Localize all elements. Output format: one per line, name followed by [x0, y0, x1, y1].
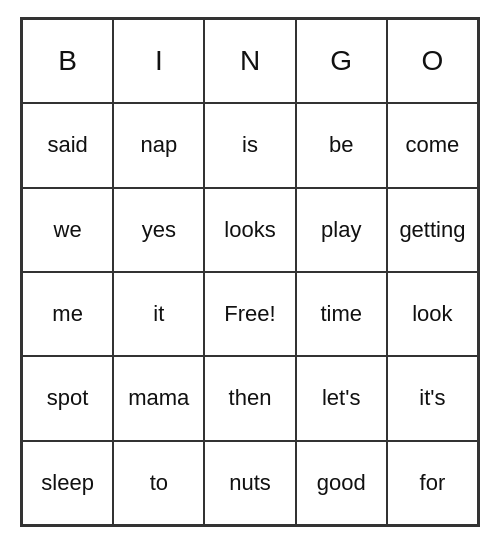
header-row: B I N G O — [22, 19, 478, 103]
cell-3-1: me — [22, 272, 113, 356]
cell-3-5: look — [387, 272, 478, 356]
cell-3-4: time — [296, 272, 387, 356]
row-4: spot mama then let's it's — [22, 356, 478, 440]
cell-3-2: it — [113, 272, 204, 356]
cell-5-5: for — [387, 441, 478, 525]
cell-1-1: said — [22, 103, 113, 187]
bingo-card: B I N G O said nap is be come we yes loo… — [20, 17, 480, 527]
row-3: me it Free! time look — [22, 272, 478, 356]
header-i: I — [113, 19, 204, 103]
row-5: sleep to nuts good for — [22, 441, 478, 525]
header-n: N — [204, 19, 295, 103]
cell-4-3: then — [204, 356, 295, 440]
cell-5-2: to — [113, 441, 204, 525]
cell-2-3: looks — [204, 188, 295, 272]
cell-5-1: sleep — [22, 441, 113, 525]
cell-4-2: mama — [113, 356, 204, 440]
cell-4-4: let's — [296, 356, 387, 440]
header-o: O — [387, 19, 478, 103]
cell-2-1: we — [22, 188, 113, 272]
cell-2-2: yes — [113, 188, 204, 272]
cell-5-4: good — [296, 441, 387, 525]
cell-1-5: come — [387, 103, 478, 187]
header-b: B — [22, 19, 113, 103]
cell-4-1: spot — [22, 356, 113, 440]
cell-1-4: be — [296, 103, 387, 187]
cell-free: Free! — [204, 272, 295, 356]
cell-2-5: getting — [387, 188, 478, 272]
cell-5-3: nuts — [204, 441, 295, 525]
cell-1-3: is — [204, 103, 295, 187]
header-g: G — [296, 19, 387, 103]
cell-1-2: nap — [113, 103, 204, 187]
cell-4-5: it's — [387, 356, 478, 440]
cell-2-4: play — [296, 188, 387, 272]
row-1: said nap is be come — [22, 103, 478, 187]
row-2: we yes looks play getting — [22, 188, 478, 272]
